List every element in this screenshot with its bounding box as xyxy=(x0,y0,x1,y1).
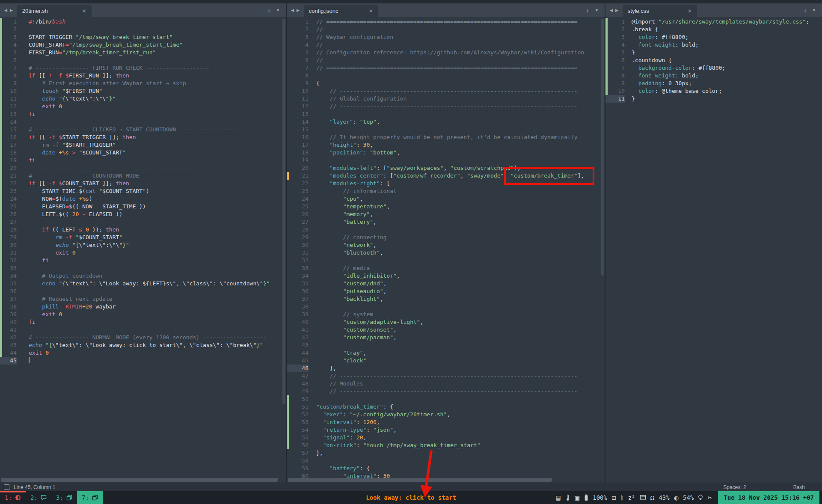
code-line: 1@import "/usr/share/sway/templates/wayb… xyxy=(605,18,822,26)
code-line: 46 ], xyxy=(287,365,605,372)
tab-menu-icon[interactable]: ▼ xyxy=(812,8,816,12)
code-line: 37 "backlight", xyxy=(287,295,605,303)
desktop: ◀▶ 20timer.sh ✕ + ▼ 1#!/bin/bash23START_… xyxy=(0,0,822,504)
code-editor-config-jsonc[interactable]: 1// ====================================… xyxy=(287,17,605,483)
code-line: 22if [[ -f $COUNT_START ]]; then xyxy=(0,180,286,187)
audio-icon[interactable]: Ω xyxy=(650,495,655,501)
syntax-mode[interactable]: Bash xyxy=(793,484,805,490)
bluetooth-icon[interactable]: ᛒ xyxy=(620,495,624,501)
tabbar-spacer xyxy=(378,3,580,17)
tab-nav-arrows[interactable]: ◀▶ xyxy=(287,3,304,17)
next-tab-icon[interactable]: ▶ xyxy=(10,8,13,12)
cursor-position[interactable]: Line 45, Column 1 xyxy=(14,484,55,490)
code-line: 41 "custom/sunset", xyxy=(287,326,605,334)
horizontal-scrollbar[interactable] xyxy=(287,478,605,482)
indent-setting[interactable]: Spaces: 2 xyxy=(723,484,746,490)
prev-tab-icon[interactable]: ◀ xyxy=(291,8,294,12)
tab-nav-arrows[interactable]: ◀▶ xyxy=(0,3,17,17)
new-tab-icon[interactable]: + xyxy=(267,7,271,14)
brightness-icon[interactable]: ◐ xyxy=(674,495,679,501)
code-line: 16 // If height property would be not pr… xyxy=(287,133,605,141)
code-line: 17 rm -f "$START_TRIGGER" xyxy=(0,141,286,149)
code-editor-style-css[interactable]: 1@import "/usr/share/sway/templates/wayb… xyxy=(605,17,822,483)
code-line: 37 # Request next update xyxy=(0,295,286,303)
code-line: 7// ====================================… xyxy=(287,64,605,72)
battery-percent[interactable]: 100% xyxy=(593,494,607,501)
pane-20timer-sh: ◀▶ 20timer.sh ✕ + ▼ 1#!/bin/bash23START_… xyxy=(0,3,286,483)
vertical-scrollbar[interactable] xyxy=(601,19,604,276)
prev-tab-icon[interactable]: ◀ xyxy=(610,8,613,12)
code-line: 38 xyxy=(287,303,605,311)
tabbar-right: ◀▶ style.css ✕ + ▼ xyxy=(605,3,822,17)
code-line: 16if [[ -f $START_TRIGGER ]]; then xyxy=(0,133,286,141)
memory-icon[interactable]: ▤ xyxy=(556,495,561,501)
code-line: 43echo "{\"text\": \"Look away: click to… xyxy=(0,341,286,349)
code-line: 43 xyxy=(287,341,605,349)
next-tab-icon[interactable]: ▶ xyxy=(615,8,618,12)
workspace-button-7[interactable]: 7: xyxy=(77,491,103,504)
workspace-button-3[interactable]: 3: xyxy=(51,491,77,504)
break-timer-text[interactable]: Look away: click to start xyxy=(366,494,456,501)
horizontal-scrollbar[interactable] xyxy=(0,478,286,482)
code-line: 2 xyxy=(0,26,286,33)
code-line: 10 // ----------------------------------… xyxy=(287,87,605,95)
code-line: 35 "custom/dnd", xyxy=(287,280,605,288)
code-line: 24 NOW=$(date +%s) xyxy=(0,195,286,203)
code-line: 40fi xyxy=(0,318,286,326)
new-tab-icon[interactable]: + xyxy=(586,7,590,14)
sunset-icon[interactable]: ✂ xyxy=(707,495,712,501)
code-line: 9 padding: 0 30px; xyxy=(605,80,822,87)
brightness-percent[interactable]: 54% xyxy=(683,494,694,501)
code-line: 40 "custom/adaptive-light", xyxy=(287,318,605,326)
code-line: 22 "modules-right": [ xyxy=(287,180,605,187)
code-line: 14 "layer": "top", xyxy=(287,118,605,126)
close-icon[interactable]: ✕ xyxy=(82,8,86,14)
battery-icon[interactable] xyxy=(584,494,588,501)
code-editor-20timer-sh[interactable]: 1#!/bin/bash23START_TRIGGER="/tmp/sway_b… xyxy=(0,17,286,483)
clock-text: Tue 18 Nov 2025 15:16 +07 xyxy=(724,494,814,501)
network-icon[interactable]: ⊡ xyxy=(611,495,616,501)
code-line: 41 xyxy=(0,326,286,334)
code-line: 52 "exec": "~/.config/waybar/20timer.sh"… xyxy=(287,411,605,418)
tab-label: style.css xyxy=(628,8,682,14)
code-line: 9 # First execution after Waybar start →… xyxy=(0,80,286,87)
vertical-scrollbar[interactable] xyxy=(282,19,285,404)
code-line: 10 touch "$FIRST_RUN" xyxy=(0,87,286,95)
close-icon[interactable]: ✕ xyxy=(369,8,373,14)
code-line: 11} xyxy=(605,95,822,103)
tab-nav-arrows[interactable]: ◀▶ xyxy=(605,3,623,17)
close-icon[interactable]: ✕ xyxy=(688,8,692,14)
code-line: 31 exit 0 xyxy=(0,249,286,257)
code-line: 15 xyxy=(287,126,605,133)
dnd-icon[interactable] xyxy=(640,495,646,501)
code-line: 33 xyxy=(0,264,286,272)
code-line: 39 exit 0 xyxy=(0,311,286,318)
tab-menu-icon[interactable]: ▼ xyxy=(276,8,280,12)
code-line: 11 // Global configuration xyxy=(287,95,605,103)
prev-tab-icon[interactable]: ◀ xyxy=(4,8,7,12)
workspace-button-1[interactable]: 1: xyxy=(0,491,26,504)
code-line: 8if [[ ! -f $FIRST_RUN ]]; then xyxy=(0,72,286,80)
code-line: 2// xyxy=(287,26,605,33)
editor-status-bar: Line 45, Column 1 Spaces: 2 Bash xyxy=(0,483,822,491)
code-line: 32 fi xyxy=(0,257,286,264)
workspace-button-2[interactable]: 2: xyxy=(26,491,51,504)
tab-menu-icon[interactable]: ▼ xyxy=(595,8,599,12)
macro-record-icon[interactable] xyxy=(4,484,9,490)
adaptive-light-icon[interactable] xyxy=(698,494,703,501)
clock-module[interactable]: Tue 18 Nov 2025 15:16 +07 xyxy=(718,491,819,504)
tab-config-jsonc[interactable]: config.jsonc ✕ xyxy=(304,5,378,17)
idle-inhibitor-icon[interactable]: z² xyxy=(628,494,635,501)
code-line: 4 font-weight: bold; xyxy=(605,41,822,49)
tab-20timer-sh[interactable]: 20timer.sh ✕ xyxy=(17,5,92,17)
volume-percent[interactable]: 43% xyxy=(659,494,669,501)
code-line: 6// xyxy=(287,56,605,64)
cpu-icon[interactable]: ▣ xyxy=(575,495,580,501)
next-tab-icon[interactable]: ▶ xyxy=(297,8,300,12)
temperature-icon[interactable] xyxy=(565,494,570,501)
code-line: 3// Waybar configuration xyxy=(287,33,605,41)
new-tab-icon[interactable]: + xyxy=(803,7,807,14)
code-line: 30 "network", xyxy=(287,241,605,249)
tab-style-css[interactable]: style.css ✕ xyxy=(623,5,697,17)
workspace-label: 2: xyxy=(30,494,38,501)
